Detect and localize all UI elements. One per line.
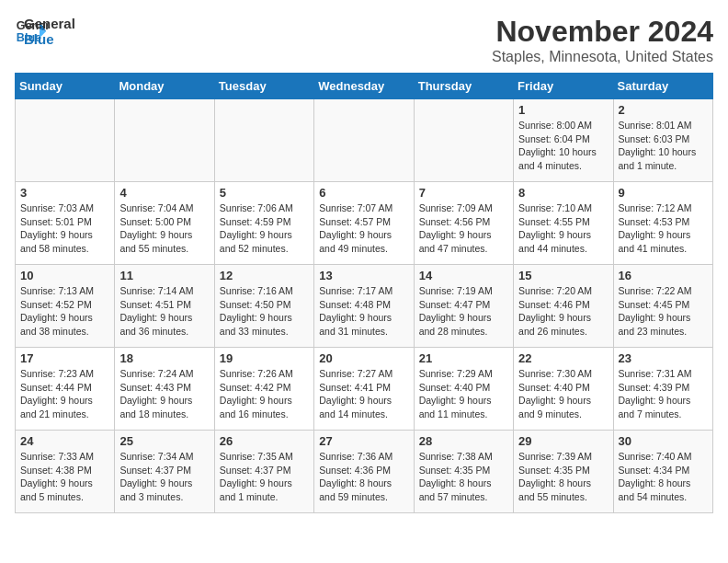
day-info: Sunrise: 7:03 AM Sunset: 5:01 PM Dayligh…	[20, 201, 109, 256]
calendar-cell: 17Sunrise: 7:23 AM Sunset: 4:44 PM Dayli…	[16, 348, 115, 431]
calendar-cell: 20Sunrise: 7:27 AM Sunset: 4:41 PM Dayli…	[314, 348, 414, 431]
day-number: 7	[419, 186, 508, 200]
calendar-cell: 26Sunrise: 7:35 AM Sunset: 4:37 PM Dayli…	[214, 431, 313, 513]
day-info: Sunrise: 7:09 AM Sunset: 4:56 PM Dayligh…	[419, 201, 508, 256]
day-info: Sunrise: 7:27 AM Sunset: 4:41 PM Dayligh…	[319, 367, 408, 421]
day-number: 11	[119, 269, 209, 282]
day-number: 18	[119, 351, 209, 365]
day-number: 29	[518, 434, 608, 448]
day-number: 24	[20, 434, 109, 448]
calendar-cell	[16, 99, 115, 182]
calendar-cell: 1Sunrise: 8:00 AM Sunset: 6:04 PM Daylig…	[514, 99, 613, 182]
day-info: Sunrise: 8:00 AM Sunset: 6:04 PM Dayligh…	[518, 119, 608, 173]
calendar-cell: 29Sunrise: 7:39 AM Sunset: 4:35 PM Dayli…	[514, 431, 613, 513]
header-thursday: Thursday	[414, 74, 513, 99]
day-number: 6	[319, 186, 408, 200]
calendar-cell: 5Sunrise: 7:06 AM Sunset: 4:59 PM Daylig…	[214, 182, 313, 265]
calendar-cell	[314, 99, 414, 182]
day-number: 15	[518, 269, 608, 282]
calendar-table: SundayMondayTuesdayWednesdayThursdayFrid…	[15, 73, 713, 513]
header-tuesday: Tuesday	[214, 74, 313, 99]
day-info: Sunrise: 7:36 AM Sunset: 4:36 PM Dayligh…	[319, 450, 408, 504]
day-info: Sunrise: 7:38 AM Sunset: 4:35 PM Dayligh…	[419, 450, 508, 504]
calendar-cell: 12Sunrise: 7:16 AM Sunset: 4:50 PM Dayli…	[214, 265, 313, 348]
day-number: 20	[319, 351, 408, 365]
day-info: Sunrise: 7:31 AM Sunset: 4:39 PM Dayligh…	[619, 367, 708, 421]
day-number: 5	[220, 186, 309, 200]
day-number: 25	[119, 434, 209, 448]
day-info: Sunrise: 7:24 AM Sunset: 4:43 PM Dayligh…	[119, 367, 209, 421]
day-info: Sunrise: 7:34 AM Sunset: 4:37 PM Dayligh…	[119, 450, 209, 504]
calendar-week-5: 24Sunrise: 7:33 AM Sunset: 4:38 PM Dayli…	[16, 431, 713, 513]
calendar-cell: 3Sunrise: 7:03 AM Sunset: 5:01 PM Daylig…	[16, 182, 115, 265]
day-info: Sunrise: 8:01 AM Sunset: 6:03 PM Dayligh…	[619, 119, 708, 173]
calendar-week-4: 17Sunrise: 7:23 AM Sunset: 4:44 PM Dayli…	[16, 348, 713, 431]
calendar-cell: 30Sunrise: 7:40 AM Sunset: 4:34 PM Dayli…	[613, 431, 712, 513]
calendar-cell: 24Sunrise: 7:33 AM Sunset: 4:38 PM Dayli…	[16, 431, 115, 513]
header-saturday: Saturday	[613, 74, 712, 99]
calendar-cell: 4Sunrise: 7:04 AM Sunset: 5:00 PM Daylig…	[115, 182, 214, 265]
day-number: 16	[619, 269, 708, 282]
calendar-cell: 14Sunrise: 7:19 AM Sunset: 4:47 PM Dayli…	[414, 265, 513, 348]
main-title: November 2024	[492, 15, 713, 49]
day-number: 10	[20, 269, 109, 282]
day-number: 17	[20, 351, 109, 365]
logo-line1: General	[24, 16, 75, 31]
day-number: 12	[220, 269, 309, 282]
title-area: November 2024 Staples, Minnesota, United…	[492, 15, 713, 65]
day-info: Sunrise: 7:39 AM Sunset: 4:35 PM Dayligh…	[518, 450, 608, 504]
calendar-cell: 13Sunrise: 7:17 AM Sunset: 4:48 PM Dayli…	[314, 265, 414, 348]
header-sunday: Sunday	[16, 74, 115, 99]
day-number: 21	[419, 351, 508, 365]
header: General Blue General Blue November 2024 …	[15, 15, 713, 65]
calendar-cell: 16Sunrise: 7:22 AM Sunset: 4:45 PM Dayli…	[613, 265, 712, 348]
header-wednesday: Wednesday	[314, 74, 414, 99]
day-number: 3	[20, 186, 109, 200]
calendar-cell: 18Sunrise: 7:24 AM Sunset: 4:43 PM Dayli…	[115, 348, 214, 431]
day-info: Sunrise: 7:10 AM Sunset: 4:55 PM Dayligh…	[518, 201, 608, 256]
calendar-cell: 28Sunrise: 7:38 AM Sunset: 4:35 PM Dayli…	[414, 431, 513, 513]
calendar-cell: 15Sunrise: 7:20 AM Sunset: 4:46 PM Dayli…	[514, 265, 613, 348]
day-info: Sunrise: 7:04 AM Sunset: 5:00 PM Dayligh…	[119, 201, 209, 256]
header-monday: Monday	[115, 74, 214, 99]
calendar-cell: 6Sunrise: 7:07 AM Sunset: 4:57 PM Daylig…	[314, 182, 414, 265]
day-info: Sunrise: 7:40 AM Sunset: 4:34 PM Dayligh…	[619, 450, 708, 504]
day-info: Sunrise: 7:12 AM Sunset: 4:53 PM Dayligh…	[619, 201, 708, 256]
day-info: Sunrise: 7:29 AM Sunset: 4:40 PM Dayligh…	[419, 367, 508, 421]
day-number: 26	[220, 434, 309, 448]
day-info: Sunrise: 7:13 AM Sunset: 4:52 PM Dayligh…	[20, 284, 109, 339]
day-info: Sunrise: 7:19 AM Sunset: 4:47 PM Dayligh…	[419, 284, 508, 339]
day-info: Sunrise: 7:23 AM Sunset: 4:44 PM Dayligh…	[20, 367, 109, 421]
day-number: 4	[119, 186, 209, 200]
day-number: 1	[518, 103, 608, 117]
day-info: Sunrise: 7:22 AM Sunset: 4:45 PM Dayligh…	[619, 284, 708, 339]
day-number: 22	[518, 351, 608, 365]
day-number: 23	[619, 351, 708, 365]
calendar-cell: 25Sunrise: 7:34 AM Sunset: 4:37 PM Dayli…	[115, 431, 214, 513]
logo: General Blue General Blue	[15, 15, 75, 48]
day-info: Sunrise: 7:07 AM Sunset: 4:57 PM Dayligh…	[319, 201, 408, 256]
day-number: 13	[319, 269, 408, 282]
day-info: Sunrise: 7:14 AM Sunset: 4:51 PM Dayligh…	[119, 284, 209, 339]
calendar-week-2: 3Sunrise: 7:03 AM Sunset: 5:01 PM Daylig…	[16, 182, 713, 265]
calendar-cell	[214, 99, 313, 182]
subtitle: Staples, Minnesota, United States	[492, 49, 713, 65]
day-info: Sunrise: 7:17 AM Sunset: 4:48 PM Dayligh…	[319, 284, 408, 339]
day-info: Sunrise: 7:33 AM Sunset: 4:38 PM Dayligh…	[20, 450, 109, 504]
calendar-cell: 8Sunrise: 7:10 AM Sunset: 4:55 PM Daylig…	[514, 182, 613, 265]
day-number: 27	[319, 434, 408, 448]
day-number: 19	[220, 351, 309, 365]
calendar-week-3: 10Sunrise: 7:13 AM Sunset: 4:52 PM Dayli…	[16, 265, 713, 348]
calendar-cell: 2Sunrise: 8:01 AM Sunset: 6:03 PM Daylig…	[613, 99, 712, 182]
day-number: 30	[619, 434, 708, 448]
day-info: Sunrise: 7:20 AM Sunset: 4:46 PM Dayligh…	[518, 284, 608, 339]
day-number: 2	[619, 103, 708, 117]
day-info: Sunrise: 7:30 AM Sunset: 4:40 PM Dayligh…	[518, 367, 608, 421]
day-number: 28	[419, 434, 508, 448]
calendar-cell: 22Sunrise: 7:30 AM Sunset: 4:40 PM Dayli…	[514, 348, 613, 431]
calendar-cell: 21Sunrise: 7:29 AM Sunset: 4:40 PM Dayli…	[414, 348, 513, 431]
calendar-cell: 9Sunrise: 7:12 AM Sunset: 4:53 PM Daylig…	[613, 182, 712, 265]
calendar-cell: 7Sunrise: 7:09 AM Sunset: 4:56 PM Daylig…	[414, 182, 513, 265]
calendar-cell: 27Sunrise: 7:36 AM Sunset: 4:36 PM Dayli…	[314, 431, 414, 513]
day-number: 14	[419, 269, 508, 282]
